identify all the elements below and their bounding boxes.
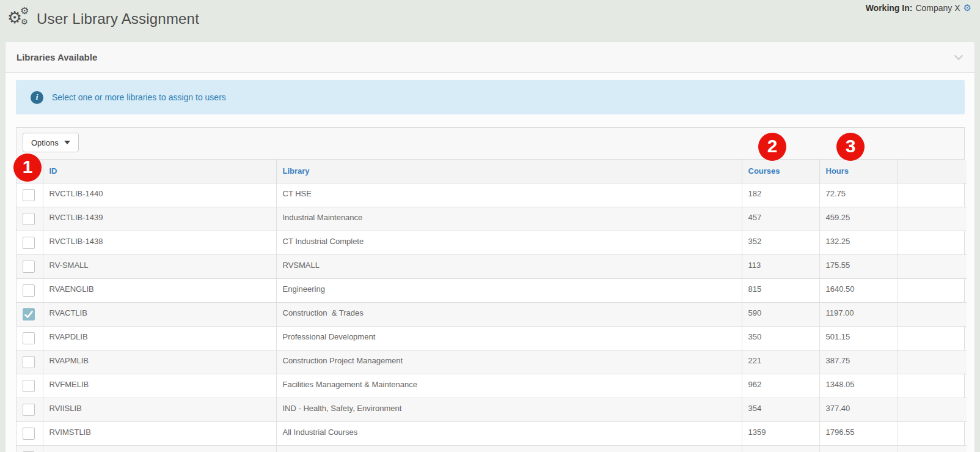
panel-title: Libraries Available [16,52,97,62]
library-id: RVIMSTLIB [43,421,276,445]
library-courses: 815 [742,278,819,302]
column-header-id[interactable]: ID [43,160,276,183]
table-row[interactable]: RV-SMALL RVSMALL 113 175.55 [16,254,967,278]
empty-cell [898,445,967,452]
library-hours: 377.40 [819,398,898,421]
empty-cell [898,254,967,278]
table-row[interactable]: RVAPDLIB Professional Development 350 50… [16,326,967,350]
library-courses: 962 [742,374,819,398]
table-header-row: ID Library Courses Hours [16,160,967,183]
empty-cell [898,278,967,302]
library-courses: 352 [742,231,819,254]
library-id: RVACTLIB [43,302,276,326]
library-courses: 113 [742,254,819,278]
library-id: RVCTLIB-1439 [43,207,276,231]
library-name: IND - Health, Safety, Environment [276,398,742,421]
library-id: RVFMELIB [43,374,276,398]
libraries-table-container: Options ID Library Courses Hours [16,127,965,452]
libraries-available-panel: Libraries Available i Select one or more… [5,42,975,452]
info-message: Select one or more libraries to assign t… [52,92,226,102]
empty-cell [898,302,967,326]
library-hours: 387.75 [819,350,898,374]
library-hours [819,445,898,452]
empty-cell [898,207,967,231]
library-name: CT Industrial Complete [276,231,742,254]
row-checkbox[interactable] [23,261,35,273]
select-cell [16,254,43,278]
table-row[interactable]: RVCTLIB-1438 CT Industrial Complete 352 … [16,231,967,254]
select-cell [16,445,43,452]
row-checkbox[interactable] [23,213,35,225]
select-cell [16,374,43,398]
empty-cell [898,183,967,207]
table-row[interactable]: RVFMELIB Facilities Management & Mainten… [16,374,967,398]
library-courses: 457 [742,207,819,231]
library-id: RV-SMALL [43,254,276,278]
empty-column-header [898,160,967,183]
library-name: Industrial Maintenance [276,207,742,231]
check-icon [23,309,34,320]
select-cell [16,398,43,421]
collapse-chevron-icon[interactable] [954,54,964,61]
row-checkbox[interactable] [23,189,35,201]
row-checkbox[interactable] [23,380,35,392]
library-id: RVCTLIB-1438 [43,231,276,254]
table-row[interactable]: RVAENGLIB Engineering 815 1640.50 [16,278,967,302]
table-row[interactable]: RVCTLIB-1439 Industrial Maintenance 457 … [16,207,967,231]
options-button[interactable]: Options [23,133,79,152]
column-header-hours[interactable]: Hours [819,160,898,183]
library-name: RVSMALL [276,254,742,278]
library-hours: 1796.55 [819,421,898,445]
select-cell [16,326,43,350]
column-header-library[interactable]: Library [276,160,742,183]
row-checkbox[interactable] [23,332,35,344]
select-cell [16,207,43,231]
row-checkbox[interactable] [23,237,35,249]
info-icon: i [31,91,43,104]
library-courses: 350 [742,326,819,350]
row-checkbox[interactable] [23,308,35,320]
table-toolbar: Options [16,128,964,160]
select-cell [16,421,43,445]
library-hours: 1348.05 [819,374,898,398]
library-courses: 590 [742,302,819,326]
row-checkbox[interactable] [23,404,35,416]
empty-cell [898,350,967,374]
library-id: RVAPMLIB [43,350,276,374]
table-row[interactable]: RVAPMLIB Construction Project Management… [16,350,967,374]
table-row[interactable]: RVCTLIB-1440 CT HSE 182 72.75 [16,183,967,207]
library-name: Professional Development [276,326,742,350]
column-header-courses[interactable]: Courses [742,160,819,183]
table-row-partial[interactable] [16,445,967,452]
library-courses: 354 [742,398,819,421]
select-cell [16,183,43,207]
library-name: Engineering [276,278,742,302]
library-table-body: RVCTLIB-1440 CT HSE 182 72.75 RVCTLIB-14… [16,183,967,452]
library-hours: 459.25 [819,207,898,231]
library-hours: 1197.00 [819,302,898,326]
libraries-table: ID Library Courses Hours RVCTLIB-1440 CT… [16,160,967,452]
company-settings-gear-icon[interactable]: ⚙ [964,2,971,13]
table-row[interactable]: RVACTLIB Construction & Trades 590 1197.… [16,302,967,326]
annotation-badge-2: 2 [758,133,786,161]
library-name: Construction Project Management [276,350,742,374]
working-in: Working In: Company X ⚙ [866,2,971,13]
table-row[interactable]: RVIMSTLIB All Industrial Courses 1359 17… [16,421,967,445]
library-courses: 182 [742,183,819,207]
row-checkbox[interactable] [23,356,35,368]
working-in-label: Working In: [866,3,913,13]
table-row[interactable]: RVIISLIB IND - Health, Safety, Environme… [16,398,967,421]
row-checkbox[interactable] [23,428,35,440]
library-id: RVAENGLIB [43,278,276,302]
library-name [276,445,742,452]
panel-header: Libraries Available [5,42,975,73]
info-banner: i Select one or more libraries to assign… [16,80,965,114]
row-checkbox[interactable] [23,284,35,297]
page-title: User Library Assignment [37,10,199,28]
annotation-badge-1: 1 [13,154,42,182]
library-id: RVCTLIB-1440 [43,183,276,207]
empty-cell [898,421,967,445]
empty-cell [898,231,967,254]
library-courses: 221 [742,350,819,374]
working-in-company: Company X [915,3,960,13]
